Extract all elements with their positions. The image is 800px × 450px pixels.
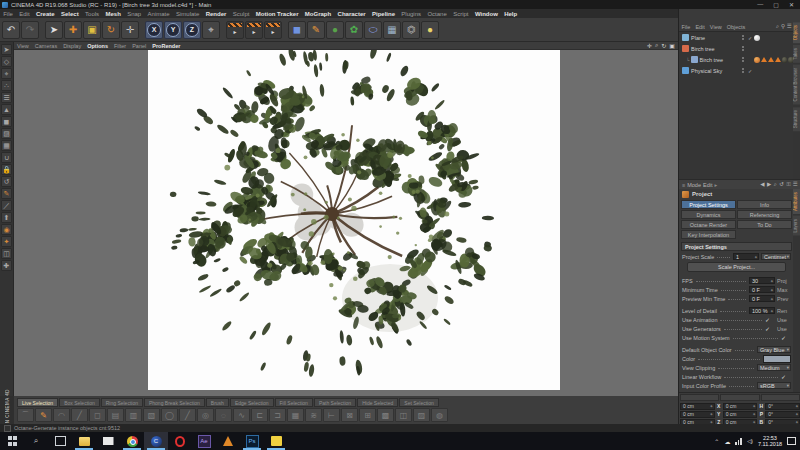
menu-select[interactable]: Select	[58, 11, 82, 17]
palette-tab-fill-selection[interactable]: Fill Selection	[275, 398, 313, 407]
modeling-command-icon[interactable]: ▦	[287, 408, 304, 422]
vp-menu-prorender[interactable]: ProRender	[149, 43, 183, 49]
modeling-command-icon[interactable]: ◍	[431, 408, 448, 422]
vp-menu-filter[interactable]: Filter	[111, 43, 129, 49]
rotate-view-icon[interactable]: ↻	[661, 42, 666, 49]
render-settings-button[interactable]: ▸	[264, 21, 282, 39]
lock-icon[interactable]: ⚿	[786, 181, 790, 188]
object-name[interactable]: Plane	[691, 35, 705, 41]
palette-tab-phong-break-selection[interactable]: Phong Break Selection	[144, 398, 205, 407]
add-camera-button[interactable]: ⏣	[402, 21, 420, 39]
modeling-command-icon[interactable]: ✎	[35, 408, 52, 422]
render-view-button[interactable]: ▸	[226, 21, 244, 39]
position-field[interactable]: 0 cm	[680, 411, 715, 418]
object-name[interactable]: Birch tree	[691, 46, 715, 52]
menu-file[interactable]: File	[0, 11, 16, 17]
attr-tab-key-interpolation[interactable]: Key Interpolation	[681, 230, 736, 239]
add-light-button[interactable]: ●	[421, 21, 439, 39]
palette-tab-brush[interactable]: Brush	[206, 398, 229, 407]
menu-tools[interactable]: Tools	[82, 11, 102, 17]
status-checkbox[interactable]	[4, 425, 11, 432]
volume-icon[interactable]: ◁)	[747, 438, 753, 444]
value-field[interactable]: 100 %	[749, 307, 775, 314]
object-row[interactable]: Birch tree	[679, 43, 794, 54]
side-tab-takes[interactable]: Takes	[793, 45, 800, 63]
position-field[interactable]: 0 cm	[680, 403, 715, 410]
minimize-button[interactable]: —	[757, 1, 763, 8]
menu-motion-tracker[interactable]: Motion Tracker	[253, 11, 302, 17]
file-explorer-icon[interactable]	[72, 432, 96, 450]
palette-tab-ring-selection[interactable]: Ring Selection	[101, 398, 143, 407]
magnet-icon[interactable]: ↺	[1, 176, 12, 187]
attr-tab-to-do[interactable]: To Do	[737, 220, 792, 229]
modeling-command-icon[interactable]: ◻	[89, 408, 106, 422]
scale-project-button[interactable]: Scale Project...	[687, 262, 786, 272]
network-icon[interactable]	[735, 438, 742, 445]
menu-sculpt[interactable]: Sculpt	[230, 11, 253, 17]
menu-help[interactable]: Help	[501, 11, 520, 17]
obj-menu-objects[interactable]: Objects	[724, 24, 748, 30]
edges-mode-icon[interactable]: ☰	[1, 92, 12, 103]
modeling-command-icon[interactable]: ▧	[143, 408, 160, 422]
obj-menu-edit[interactable]: Edit	[693, 24, 707, 30]
value-field[interactable]: 0 F	[749, 286, 775, 293]
texture-tag-icon[interactable]	[782, 57, 788, 63]
attr-tab-dynamics[interactable]: Dynamics	[681, 210, 736, 219]
object-row[interactable]: Plane✓	[679, 32, 794, 43]
texture-mode-icon[interactable]: ▨	[1, 128, 12, 139]
side-tab-objects[interactable]: Objects	[793, 22, 800, 43]
menu-create[interactable]: Create	[33, 11, 58, 17]
vp-menu-panel[interactable]: Panel	[129, 43, 149, 49]
add-mograph-button[interactable]: ✿	[345, 21, 363, 39]
menu-window[interactable]: Window	[472, 11, 501, 17]
opera-icon[interactable]	[168, 432, 192, 450]
bandicam-icon[interactable]	[264, 432, 288, 450]
tray-expand-icon[interactable]: ⌃	[714, 438, 719, 445]
axis-x-button[interactable]: X	[145, 21, 163, 39]
rotation-field[interactable]: 0°	[765, 411, 800, 418]
visibility-dots[interactable]	[742, 68, 744, 73]
weights-icon[interactable]: ✚	[1, 260, 12, 271]
modeling-command-icon[interactable]: ▨	[413, 408, 430, 422]
add-cube-button[interactable]: ◼	[288, 21, 306, 39]
object-name[interactable]: Physical Sky	[691, 68, 722, 74]
modeling-command-icon[interactable]: ∿	[233, 408, 250, 422]
toggle-view-icon[interactable]: ▣	[669, 42, 675, 49]
modeling-command-icon[interactable]: ⌒	[17, 408, 34, 422]
rotation-field[interactable]: 0°	[765, 403, 800, 410]
palette-tab-live-selection[interactable]: Live Selection	[17, 398, 58, 407]
model-mode-icon[interactable]: ◼	[1, 116, 12, 127]
menu-render[interactable]: Render	[203, 11, 230, 17]
menu-plugins[interactable]: Plugins	[398, 11, 424, 17]
add-generator-button[interactable]: ●	[326, 21, 344, 39]
modeling-command-icon[interactable]: ⊠	[341, 408, 358, 422]
undo-icon[interactable]: ↶	[2, 21, 20, 39]
start-button[interactable]	[0, 432, 24, 450]
value-field[interactable]: 0 F	[749, 295, 775, 302]
photoshop-icon[interactable]: Ps	[240, 432, 264, 450]
menu-script[interactable]: Script	[450, 11, 472, 17]
attr-tab-info[interactable]: Info	[737, 200, 792, 209]
pen-tool-button[interactable]: ✎	[307, 21, 325, 39]
enable-check[interactable]: ✓	[746, 35, 754, 41]
phong-tag-icon[interactable]	[754, 57, 760, 63]
polygons-mode-icon[interactable]: ▲	[1, 104, 12, 115]
brush-icon[interactable]: ✎	[1, 188, 12, 199]
cinema4d-icon[interactable]: C	[144, 432, 168, 450]
dropdown-field[interactable]: Gray Blue	[757, 346, 791, 353]
action-center-icon[interactable]	[787, 437, 796, 445]
section-header[interactable]: Project Settings	[681, 242, 792, 251]
move-icon[interactable]: ✚	[64, 21, 82, 39]
object-row[interactable]: Physical Sky✓	[679, 65, 794, 76]
obj-menu-view[interactable]: View	[707, 24, 724, 30]
modeling-command-icon[interactable]: ⊐	[269, 408, 286, 422]
checkbox[interactable]: ✓	[781, 373, 791, 380]
add-spline-button[interactable]: ⬭	[364, 21, 382, 39]
last-tool-icon[interactable]: ✛	[121, 21, 139, 39]
attr-tab-referencing[interactable]: Referencing	[737, 210, 792, 219]
scale-icon[interactable]: ▣	[83, 21, 101, 39]
palette-tab-edge-selection[interactable]: Edge Selection	[230, 398, 274, 407]
render-plane[interactable]	[148, 50, 560, 390]
search-button[interactable]: ⌕	[24, 432, 48, 450]
modeling-command-icon[interactable]: ≋	[305, 408, 322, 422]
